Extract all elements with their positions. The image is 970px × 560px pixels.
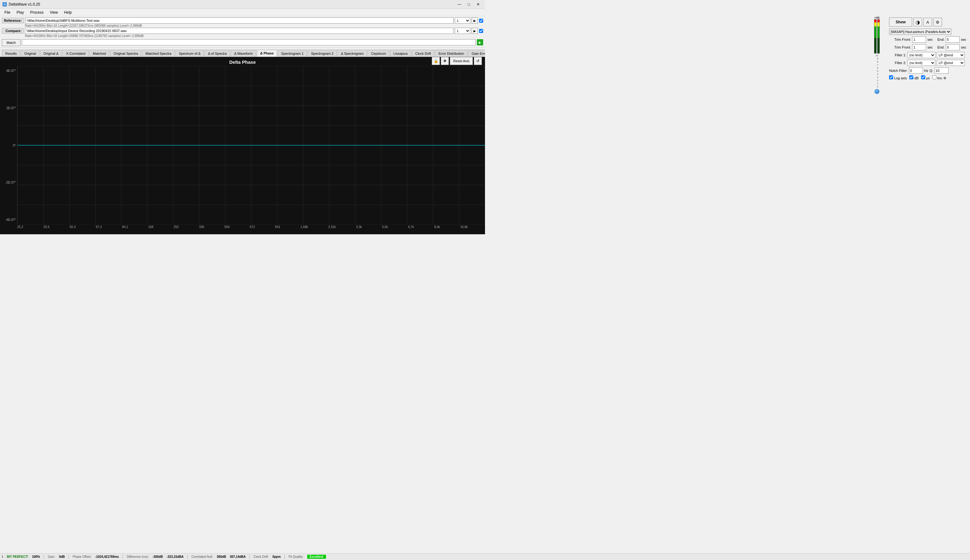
reference-row: Reference: LR ▶ [2,17,483,23]
x-label-9: 672 [250,225,255,229]
top-controls: Reference: LR ▶ Rate=44100Hz Bits=16 Len… [0,16,485,48]
x-label-2: 50,4 [70,225,76,229]
x-label-1: 33,6 [43,225,49,229]
match-input[interactable] [22,39,476,45]
y-label-upper-mid: 2E-07° [6,107,16,110]
app-title: Δ DeltaWave v1.0.25 [2,2,40,7]
compare-play-btn[interactable]: ▶ [472,28,478,34]
tab-cepstrum[interactable]: Cepstrum [367,50,389,57]
x-label-6: 252 [174,225,179,229]
compare-row: Compare: LR ▶ [2,28,483,34]
menu-play[interactable]: Play [13,10,27,15]
tab-x-correlated[interactable]: X-Correlated [63,50,89,57]
x-label-12: 2,52k [328,225,336,229]
tab-matched[interactable]: Matched [89,50,109,57]
x-label-16: 8,4k [434,225,440,229]
tab-original-delta[interactable]: Original Δ [40,50,62,57]
tab-delta-phase[interactable]: Δ Phase [257,50,277,57]
x-label-7: 336 [199,225,204,229]
close-button[interactable]: ✕ [474,1,482,7]
tab-clock-drift[interactable]: Clock Drift [412,50,434,57]
x-label-17: 16,8k [460,225,467,229]
maximize-button[interactable]: □ [464,1,473,7]
chart-area: Delta Phase 🔒 ✥ Reset Axis ↺ 4E-07° 2E-0… [0,57,485,234]
tab-delta-waveform[interactable]: Δ Waveform [231,50,256,57]
minimize-button[interactable]: — [455,1,464,7]
chart-canvas-area[interactable] [17,66,485,225]
reference-label[interactable]: Reference: [2,18,24,23]
menu-file[interactable]: File [1,10,13,15]
x-label-14: 5,0k [382,225,388,229]
pan-button[interactable]: ✥ [441,57,449,65]
x-label-5: 168 [148,225,154,229]
tab-spectrogram2[interactable]: Spectrogram 2 [307,50,337,57]
app-icon: Δ [2,2,7,7]
reference-path-input[interactable] [25,17,454,23]
match-button[interactable]: Match [2,39,20,46]
x-label-0: 25,2 [17,225,23,229]
menu-bar: File Play Process View Help [0,9,485,16]
y-label-zero: 0° [13,144,16,147]
tab-error-distribution[interactable]: Error Distribution [435,50,467,57]
compare-channel-select[interactable]: LR [455,28,470,34]
tab-matched-spectra[interactable]: Matched Spectra [142,50,175,57]
tab-bar: Results Original Original Δ X-Correlated… [0,49,485,57]
x-label-4: 84,1 [122,225,128,229]
chart-controls: 🔒 ✥ Reset Axis ↺ [432,57,482,65]
compare-sub-info: Rate=44100Hz Bits=16 Length=26888,707483… [25,34,483,38]
match-play-btn[interactable]: ▶ [477,39,483,45]
y-label-lower-mid: -2E-07° [5,181,16,184]
title-bar: Δ DeltaWave v1.0.25 — □ ✕ [0,0,485,9]
compare-path-input[interactable] [25,28,454,34]
tab-spectrogram1[interactable]: Spectrogram 1 [278,50,307,57]
x-label-3: 67,2 [96,225,102,229]
chart-title: Delta Phase [0,57,485,66]
reset-axis-button[interactable]: Reset Axis [450,57,473,65]
reference-play-btn[interactable]: ▶ [472,17,478,23]
x-label-11: 1,68k [301,225,308,229]
compare-checkbox[interactable] [479,29,483,33]
title-text: DeltaWave v1.0.25 [9,2,40,7]
menu-process[interactable]: Process [27,10,47,15]
x-label-8: 504 [224,225,230,229]
lock-button[interactable]: 🔒 [432,57,440,65]
tab-original-spectra[interactable]: Original Spectra [110,50,141,57]
y-label-bottom: -4E-07° [5,218,16,222]
reference-channel-select[interactable]: LR [455,17,470,23]
tab-delta-of-spectra[interactable]: Δ of Spectra [205,50,230,57]
delta-phase-canvas[interactable] [17,66,485,225]
tab-delta-spectrogram[interactable]: Δ Spectrogram [337,50,367,57]
x-label-15: 6,7k [408,225,414,229]
x-label-10: 841 [275,225,280,229]
menu-help[interactable]: Help [61,10,75,15]
x-label-13: 3,3k [356,225,362,229]
y-label-top: 4E-07° [6,69,16,72]
refresh-button[interactable]: ↺ [474,57,482,65]
tab-lissajous[interactable]: Lissajous [390,50,411,57]
x-axis-labels: 25,2 33,6 50,4 67,2 84,1 168 252 336 504… [0,225,485,229]
tab-spectrum-of-delta[interactable]: Spectrum of Δ [175,50,204,57]
compare-label[interactable]: Compare: [2,28,23,33]
menu-view[interactable]: View [47,10,61,15]
tab-original[interactable]: Original [21,50,40,57]
reference-checkbox[interactable] [479,19,483,23]
tab-results[interactable]: Results [2,50,20,57]
tab-gain-error[interactable]: Gain Error [468,50,485,57]
window-controls: — □ ✕ [455,1,482,7]
reference-sub-info: Rate=44100Hz Bits=16 Length=22337,596372… [25,24,483,27]
